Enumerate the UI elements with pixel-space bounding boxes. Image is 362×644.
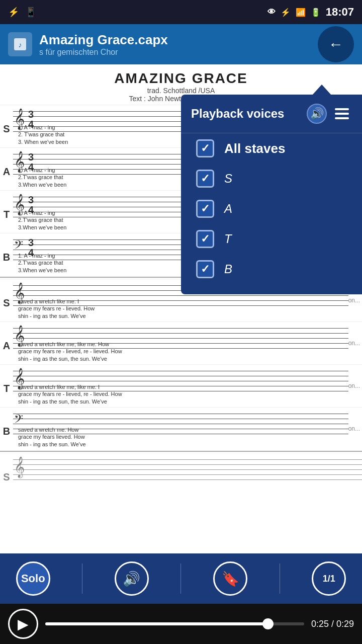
play-button[interactable]: ▶ <box>8 609 38 639</box>
play-icon: ▶ <box>18 616 29 632</box>
page-button[interactable]: 1/1 <box>312 561 346 596</box>
hamburger-icon <box>335 108 349 119</box>
total-time: 0:29 <box>336 619 354 629</box>
bookmark-circle[interactable]: 🔖 <box>213 561 247 596</box>
separator-2 <box>180 564 181 594</box>
status-icons-left: ⚡ 📱 <box>8 7 36 18</box>
bookmark-icon: 🔖 <box>222 571 239 587</box>
overflow-a2: on... <box>348 340 362 347</box>
page-label: 1/1 <box>323 574 335 584</box>
voice-a-item[interactable]: ✓ A <box>181 194 362 224</box>
score-area: AMAZING GRACE trad. Schottland /USA Text… <box>0 64 362 588</box>
subtitle-label: s für gemischten Chor <box>39 48 318 57</box>
lyrics-b1: 1. A - maz - ing2.T'was grace that3.When… <box>18 252 66 274</box>
voice-b-checkbox[interactable]: ✓ <box>196 260 214 278</box>
score-title: AMAZING GRACE <box>0 70 362 87</box>
all-staves-item[interactable]: ✓ All staves <box>181 133 362 164</box>
playback-panel: Playback voices 🔊 ✓ All staves <box>181 95 362 294</box>
lyrics-s1: 1. A - maz - ing2. T'was grace that3. Wh… <box>18 124 68 145</box>
speaker-icon: 🔊 <box>310 107 324 120</box>
staff-a2: 𝄞 saved a wretch like me, like me. Howgr… <box>13 323 348 363</box>
panel-header: Playback voices 🔊 <box>181 95 362 133</box>
progress-thumb <box>262 618 274 629</box>
all-staves-check-icon: ✓ <box>201 142 210 155</box>
lyrics-a2: saved a wretch like me, like me. Howgrac… <box>18 341 122 362</box>
lyrics-t1: 1. A - maz - ing2.T'was grace that3.When… <box>18 209 66 231</box>
time-display: 0:25 / 0:29 <box>311 619 354 629</box>
voice-s-checkbox[interactable]: ✓ <box>196 170 214 188</box>
overflow-b2: on... <box>348 425 362 432</box>
all-staves-label: All staves <box>224 141 285 156</box>
staff-s3: 𝄞 <box>13 454 362 495</box>
lyrics-t2: saved a wretch like me, like me. Igrace … <box>18 383 122 405</box>
bookmark-button[interactable]: 🔖 <box>213 561 247 596</box>
clock-display: 18:07 <box>326 6 354 19</box>
overflow-t2: on... <box>348 382 362 389</box>
svg-rect-3 <box>335 113 349 115</box>
voice-label-b: B <box>0 247 13 263</box>
solo-label: Solo <box>21 572 45 585</box>
title-bar: ♪ Amazing Grace.capx s für gemischten Ch… <box>0 24 362 64</box>
panel-title: Playback voices <box>191 107 284 121</box>
filename-label: Amazing Grace.capx <box>39 32 318 48</box>
voice-s-item[interactable]: ✓ S <box>181 164 362 194</box>
usb-icon: ⚡ <box>8 7 19 18</box>
lyrics-b2: saved a wretch me. Howgrace my fears lie… <box>18 426 86 448</box>
voice-t-item[interactable]: ✓ T <box>181 224 362 254</box>
charging-icon: 🔋 <box>311 8 321 17</box>
lyrics-s2: saved a wretch like me. Igrace my fears … <box>18 298 95 319</box>
voice-b-label: B <box>224 262 232 276</box>
separator-3 <box>280 564 280 594</box>
voice-row-t2: T 𝄞 saved a wretch like me, like me. Igr… <box>0 364 362 407</box>
voice-label-s3: S <box>0 466 13 483</box>
solo-circle[interactable]: Solo <box>16 561 50 596</box>
voice-a-check-icon: ✓ <box>201 202 210 215</box>
voice-t-label: T <box>224 232 232 246</box>
android-icon: 📱 <box>25 7 36 18</box>
voice-t-check-icon: ✓ <box>201 232 210 246</box>
voice-row-s3: S 𝄞 <box>0 453 362 496</box>
staff-b2: 𝄢 saved a wretch me. Howgrace my fears l… <box>13 409 348 449</box>
voice-label-s2: S <box>0 292 13 309</box>
solo-button[interactable]: Solo <box>16 561 50 596</box>
time-separator: / <box>331 619 336 629</box>
speaker-toolbar-circle[interactable]: 🔊 <box>115 561 149 596</box>
app-icon: ♪ <box>8 32 32 56</box>
voice-t-checkbox[interactable]: ✓ <box>196 230 214 248</box>
voice-label-b2: B <box>0 421 13 437</box>
score-tradition: trad. Schottland /USA <box>0 87 362 95</box>
current-time: 0:25 <box>311 619 329 629</box>
svg-rect-4 <box>335 117 349 119</box>
voice-s-check-icon: ✓ <box>201 172 210 185</box>
signal-icon: 📶 <box>296 8 306 17</box>
voice-a-checkbox[interactable]: ✓ <box>196 200 214 218</box>
voice-label-t: T <box>0 204 13 220</box>
voice-s-label: S <box>224 172 232 186</box>
speaker-button[interactable]: 🔊 <box>307 104 327 124</box>
menu-button[interactable] <box>332 104 352 124</box>
bluetooth-icon: ⚡ <box>281 8 291 17</box>
voice-label-t2: T <box>0 378 13 394</box>
back-button[interactable]: ← <box>318 26 354 62</box>
speaker-toolbar-icon: 🔊 <box>123 571 140 587</box>
voice-label-a2: A <box>0 335 13 352</box>
status-bar: ⚡ 📱 👁 ⚡ 📶 🔋 18:07 <box>0 0 362 24</box>
lyrics-a1: 1. A - maz - ing2.T'was grace that3.When… <box>18 167 66 188</box>
treble-clef-s3: 𝄞 <box>14 456 25 477</box>
panel-icons: 🔊 <box>307 104 352 124</box>
bottom-toolbar: Solo 🔊 🔖 1/1 <box>0 553 362 604</box>
voice-row-b2: B 𝄢 saved a wretch me. Howgrace my fears… <box>0 407 362 450</box>
speaker-toolbar-button[interactable]: 🔊 <box>115 561 149 596</box>
progress-fill <box>45 622 268 625</box>
overflow-s2: on... <box>348 297 362 304</box>
eye-icon: 👁 <box>267 8 276 17</box>
page-circle[interactable]: 1/1 <box>312 561 346 596</box>
progress-track[interactable] <box>45 622 304 625</box>
voice-row-a2: A 𝄞 saved a wretch like me, like me. How… <box>0 321 362 364</box>
all-staves-checkbox[interactable]: ✓ <box>196 139 214 157</box>
voice-a-label: A <box>224 202 232 216</box>
title-text-block: Amazing Grace.capx s für gemischten Chor <box>39 32 318 57</box>
voice-b-item[interactable]: ✓ B <box>181 254 362 284</box>
separator-1 <box>82 564 82 594</box>
voice-label-s: S <box>0 118 13 135</box>
